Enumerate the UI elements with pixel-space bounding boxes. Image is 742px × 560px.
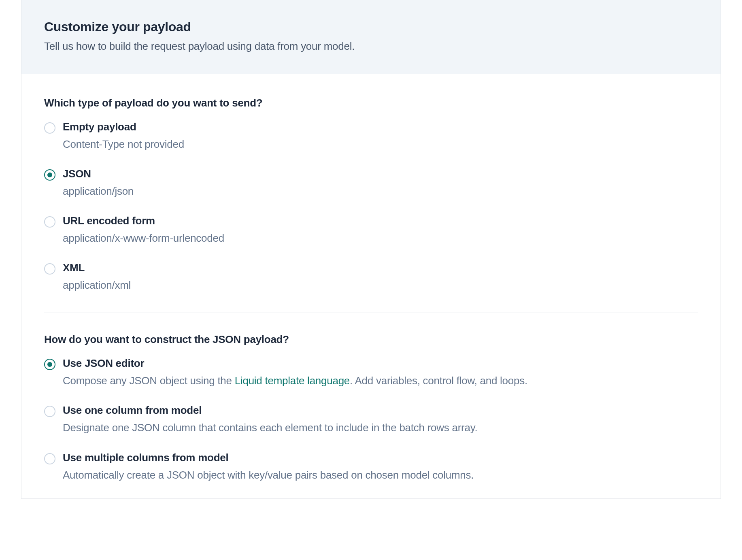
radio-desc: application/x-www-form-urlencoded bbox=[63, 231, 698, 245]
radio-option-url-encoded[interactable]: URL encoded form application/x-www-form-… bbox=[44, 215, 698, 245]
radio-title: XML bbox=[63, 262, 698, 274]
radio-desc: Automatically create a JSON object with … bbox=[63, 468, 698, 482]
radio-option-json[interactable]: JSON application/json bbox=[44, 168, 698, 198]
payload-type-radio-group: Empty payload Content-Type not provided … bbox=[44, 121, 698, 292]
section-divider bbox=[44, 313, 698, 313]
radio-option-xml[interactable]: XML application/xml bbox=[44, 262, 698, 292]
radio-option-one-column[interactable]: Use one column from model Designate one … bbox=[44, 404, 698, 435]
radio-icon bbox=[44, 263, 55, 275]
radio-desc: application/json bbox=[63, 184, 698, 198]
panel-subtitle: Tell us how to build the request payload… bbox=[44, 40, 698, 53]
radio-title: Use JSON editor bbox=[63, 357, 698, 370]
radio-option-empty-payload[interactable]: Empty payload Content-Type not provided bbox=[44, 121, 698, 151]
panel-title: Customize your payload bbox=[44, 19, 698, 34]
radio-title: JSON bbox=[63, 168, 698, 180]
radio-option-multiple-columns[interactable]: Use multiple columns from model Automati… bbox=[44, 451, 698, 482]
radio-title: Use one column from model bbox=[63, 404, 698, 417]
radio-icon bbox=[44, 453, 55, 464]
json-construct-question: How do you want to construct the JSON pa… bbox=[44, 333, 698, 346]
panel-content: Which type of payload do you want to sen… bbox=[21, 74, 721, 498]
radio-option-json-editor[interactable]: Use JSON editor Compose any JSON object … bbox=[44, 357, 698, 388]
payload-type-question: Which type of payload do you want to sen… bbox=[44, 97, 698, 109]
radio-icon bbox=[44, 406, 55, 417]
panel-header: Customize your payload Tell us how to bu… bbox=[21, 0, 721, 74]
json-construct-radio-group: Use JSON editor Compose any JSON object … bbox=[44, 357, 698, 482]
radio-title: URL encoded form bbox=[63, 215, 698, 227]
radio-title: Use multiple columns from model bbox=[63, 451, 698, 464]
radio-icon bbox=[44, 122, 55, 134]
liquid-template-link[interactable]: Liquid template language bbox=[235, 375, 350, 387]
radio-icon bbox=[44, 216, 55, 228]
radio-desc: application/xml bbox=[63, 278, 698, 292]
radio-icon bbox=[44, 169, 55, 181]
payload-config-panel: Customize your payload Tell us how to bu… bbox=[21, 0, 721, 499]
radio-desc: Content-Type not provided bbox=[63, 137, 698, 151]
radio-icon bbox=[44, 359, 55, 370]
radio-title: Empty payload bbox=[63, 121, 698, 133]
radio-desc: Compose any JSON object using the Liquid… bbox=[63, 374, 698, 388]
radio-desc: Designate one JSON column that contains … bbox=[63, 421, 698, 435]
